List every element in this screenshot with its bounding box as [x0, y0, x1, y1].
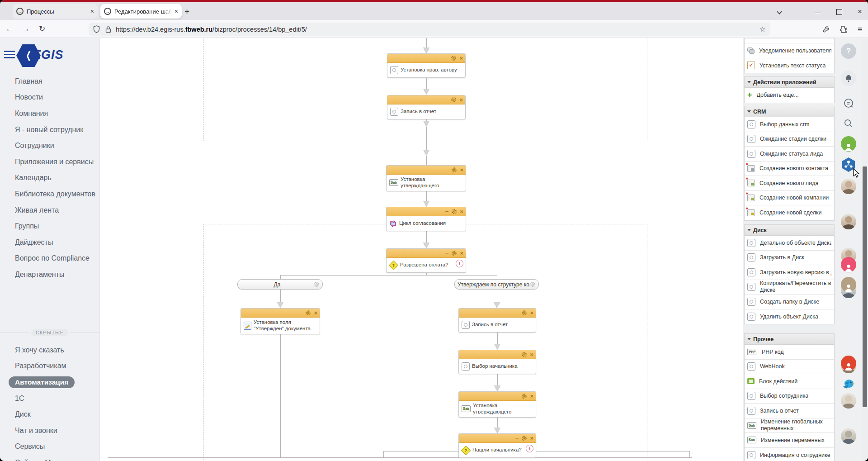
close-icon[interactable]: ×	[530, 352, 533, 357]
gear-icon[interactable]	[521, 435, 527, 441]
sidebar-item[interactable]: Главная	[0, 73, 99, 90]
palette-item[interactable]: Создать папку в Диске	[745, 295, 834, 309]
palette-item[interactable]: Информация о сотруднике	[745, 448, 834, 461]
block-payment-allowed[interactable]: −× ? Разрешена оплата? +	[386, 248, 466, 273]
block-report-1[interactable]: × Запись в отчет	[387, 95, 466, 119]
collapse-icon[interactable]: −	[445, 209, 449, 214]
collapse-icon[interactable]: −	[515, 435, 519, 441]
block-approval-loop[interactable]: −× Цикл согласования	[386, 207, 466, 231]
palette-item[interactable]: Загрузить в Диск	[745, 251, 834, 266]
close-icon[interactable]: ×	[530, 435, 533, 441]
add-branch-button[interactable]: +	[526, 445, 533, 452]
palette-item[interactable]: Уведомление пользователя	[745, 43, 834, 58]
notifications-bell-icon[interactable]	[841, 71, 856, 86]
palette-item[interactable]: Выбор сотрудника	[745, 389, 834, 404]
forward-button[interactable]: →	[20, 24, 32, 34]
gear-icon[interactable]	[314, 281, 320, 287]
block-chief-found[interactable]: −× ? Нашли начальника? +	[458, 433, 536, 458]
sidebar-item[interactable]: Сервисы	[0, 439, 99, 455]
sidebar-item[interactable]: Библиотека документов	[0, 186, 99, 202]
help-icon[interactable]: ?	[841, 43, 856, 59]
gear-icon[interactable]	[521, 310, 527, 316]
page-tools-wrench-icon[interactable]	[821, 24, 831, 35]
gear-icon[interactable]	[521, 435, 527, 441]
bizproc-canvas[interactable]: × Установка прав: автору × Запись в отче…	[99, 38, 743, 461]
gear-icon[interactable]	[451, 167, 457, 173]
sidebar-item[interactable]: Сайты и Магазины	[0, 455, 99, 461]
palette-item[interactable]: Создание новой компании	[745, 191, 834, 206]
sidebar-item[interactable]: Новости	[0, 90, 99, 106]
sidebar-item[interactable]: Я хочу сказать	[0, 342, 99, 358]
window-close-button[interactable]: ×	[853, 6, 867, 18]
palette-section-header[interactable]: Прочее	[745, 334, 834, 345]
add-branch-button[interactable]: +	[456, 260, 463, 267]
avatar-person-placeholder[interactable]	[841, 277, 856, 292]
sidebar-item[interactable]: Группы	[0, 218, 99, 234]
tab-close-icon[interactable]: ×	[90, 8, 94, 15]
close-icon[interactable]: ×	[314, 310, 317, 316]
gear-icon[interactable]	[451, 55, 457, 61]
avatar-person-placeholder[interactable]	[841, 257, 856, 272]
tab-template-edit[interactable]: → Редактирование шаблона биз ×	[100, 4, 182, 19]
search-icon[interactable]	[841, 116, 856, 131]
block-set-approver-2[interactable]: × $ab Установка утверждающего	[458, 391, 536, 418]
palette-item[interactable]: Блок действий	[745, 374, 834, 389]
messenger-icon[interactable]	[841, 95, 856, 111]
close-icon[interactable]: ×	[460, 250, 463, 256]
gear-icon[interactable]	[305, 310, 311, 316]
new-tab-button[interactable]: +	[184, 7, 189, 17]
gear-icon[interactable]	[521, 352, 527, 357]
close-icon[interactable]: ×	[530, 393, 533, 399]
sidebar-item[interactable]: Живая лента	[0, 202, 99, 219]
palette-item[interactable]: Ожидание стадии сделки	[745, 132, 834, 147]
palette-item[interactable]: WebHook	[745, 360, 834, 375]
extensions-puzzle-icon[interactable]	[838, 24, 849, 35]
block-set-field[interactable]: × Установка поля "Утвержден" документа	[241, 308, 320, 334]
close-icon[interactable]: ×	[530, 310, 533, 316]
palette-item[interactable]: +Добавить еще...	[745, 88, 834, 103]
sidebar-item[interactable]: Сотрудники	[0, 138, 99, 154]
sidebar-item[interactable]: Компания	[0, 105, 99, 122]
palette-item[interactable]: Выбор данных crm	[745, 117, 834, 132]
palette-item[interactable]: $abИзменение глобальных переменных	[745, 418, 834, 433]
sidebar-item[interactable]: Приложения и сервисы	[0, 154, 99, 170]
gear-icon[interactable]	[451, 97, 457, 103]
active-item-pill[interactable]: Автоматизация	[9, 376, 75, 388]
gear-icon[interactable]	[451, 55, 457, 61]
palette-item[interactable]: Копировать/Переместить в Диске	[745, 280, 834, 295]
back-button[interactable]: ←	[4, 24, 15, 34]
gear-icon[interactable]	[521, 310, 527, 316]
avatar-bird-mascot[interactable]	[841, 376, 856, 391]
url-bar[interactable]: https://dev.b24.egis-rus.fbweb.ru/bizpro…	[89, 23, 770, 36]
branch-pill[interactable]: Да	[237, 279, 323, 290]
collapse-icon[interactable]: −	[445, 250, 449, 256]
browser-menu-icon[interactable]: ≡	[854, 24, 865, 35]
avatar-person-placeholder[interactable]	[841, 136, 856, 152]
avatar-photo[interactable]	[841, 214, 856, 229]
palette-item[interactable]: PHPPHP код	[745, 345, 834, 360]
avatar-photo[interactable]	[841, 179, 856, 194]
palette-item[interactable]: Удалить объект Диска	[745, 309, 834, 324]
gear-icon[interactable]	[451, 250, 457, 256]
window-maximize-button[interactable]	[832, 6, 846, 18]
block-set-approver-1[interactable]: × $ab Установка утверждающего	[386, 165, 466, 191]
sidebar-item[interactable]: Календарь	[0, 170, 99, 186]
gear-icon[interactable]	[521, 393, 527, 399]
gear-icon[interactable]	[451, 209, 457, 214]
close-icon[interactable]: ×	[459, 55, 463, 61]
sidebar-item[interactable]: Диск	[0, 406, 99, 423]
tab-processes[interactable]: → Процессы ×	[13, 4, 98, 19]
palette-item[interactable]: Ожидание статуса лида	[745, 147, 834, 162]
gear-icon[interactable]	[451, 209, 457, 214]
sidebar-item[interactable]: Департаменты	[0, 266, 99, 283]
gear-icon[interactable]	[521, 352, 527, 357]
palette-section-header[interactable]: Действия приложений	[745, 77, 834, 88]
close-icon[interactable]: ×	[459, 97, 463, 103]
sidebar-menu-icon[interactable]	[4, 51, 15, 59]
avatar-photo[interactable]	[841, 428, 856, 444]
palette-item[interactable]: $abИзменение переменных	[745, 433, 834, 448]
sidebar-item[interactable]: 1С	[0, 390, 99, 407]
palette-section-header[interactable]: CRM	[745, 106, 834, 117]
block-choose-chief[interactable]: × Выбор начальника	[458, 350, 536, 374]
sidebar-item-active[interactable]: Автоматизация	[0, 374, 99, 390]
